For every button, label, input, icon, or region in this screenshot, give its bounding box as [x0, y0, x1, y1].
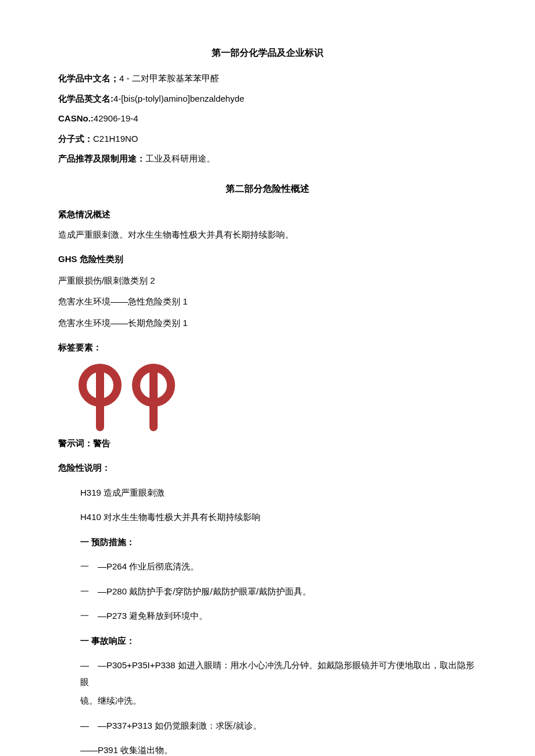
ghs-category-label: GHS 危险性类别 — [58, 251, 477, 268]
formula-line: 分子式：C21H19NO — [58, 131, 477, 148]
ghs-cat-1: 严重眼损伤/眼刺激类别 2 — [58, 273, 477, 289]
name-en-line: 化学品英文名:4-[bis(p-tolyl)amino]benzaldehyde — [58, 91, 477, 108]
p305-text-b: 镜。继续冲洗。 — [80, 693, 477, 710]
h410-text: H410 对水生生物毒性极大并具有长期持续影响 — [80, 509, 477, 526]
ghs-pictograms — [58, 362, 477, 432]
name-cn-line: 化学品中文名；4 - 二对甲苯胺基苯苯甲醛 — [58, 70, 477, 87]
signal-word-line: 警示词：警告 — [58, 435, 477, 452]
use-value: 工业及科研用途。 — [145, 153, 215, 163]
p280-text: 一 —P280 戴防护手套/穿防护服/戴防护眼罩/戴防护面具。 — [80, 583, 477, 600]
h319-text: H319 造成严重眼刺激 — [80, 485, 477, 501]
name-cn-label: 化学品中文名； — [58, 73, 119, 83]
phi-icon — [74, 362, 126, 432]
prevent-heading: 一 预防措施： — [80, 534, 477, 551]
emergency-label: 紧急情况概述 — [58, 206, 477, 223]
p337-text: — —P337+P313 如仍觉眼刺激：求医/就诊。 — [80, 718, 477, 734]
p305-text-a: — —P305+P35I+P338 如进入眼睛：用水小心冲洗几分钟。如戴隐形眼镜… — [80, 657, 477, 690]
formula-label: 分子式： — [58, 134, 93, 144]
hazard-statements-label: 危险性说明： — [58, 460, 477, 476]
formula-value: C21H19NO — [93, 134, 138, 144]
signal-word-value: 警告 — [93, 438, 110, 448]
label-elements-heading: 标签要素： — [58, 339, 477, 356]
p391-text: ——P391 收集溢出物。 — [80, 742, 477, 756]
section1-title: 第一部分化学品及企业标识 — [58, 44, 477, 61]
p264-text: 一 —P264 作业后彻底清洗。 — [80, 558, 477, 575]
name-en-label: 化学品英文名: — [58, 94, 113, 103]
name-en-value: 4-[bis(p-tolyl)amino]benzaldehyde — [113, 94, 244, 103]
name-cn-value: 4 - 二对甲苯胺基苯苯甲醛 — [119, 73, 219, 83]
ghs-cat-3: 危害水生环境——长期危险类别 1 — [58, 315, 477, 332]
phi-icon — [128, 362, 179, 432]
ghs-cat-2: 危害水生环境——急性危险类别 1 — [58, 293, 477, 310]
use-line: 产品推荐及限制用途：工业及科研用途。 — [58, 151, 477, 167]
cas-line: CASNo.:42906-19-4 — [58, 110, 477, 127]
cas-label: CASNo.: — [58, 113, 94, 123]
use-label: 产品推荐及限制用途： — [58, 153, 145, 163]
section2-title: 第二部分危险性概述 — [58, 180, 477, 197]
signal-word-label: 警示词： — [58, 438, 93, 448]
emergency-text: 造成严重眼刺激。对水生生物毒性极大并具有长期持续影响。 — [58, 227, 477, 243]
p273-text: 一 —P273 避免释放到环境中。 — [80, 608, 477, 625]
response-heading: 一 事故响应： — [80, 633, 477, 650]
cas-value: 42906-19-4 — [94, 113, 138, 123]
